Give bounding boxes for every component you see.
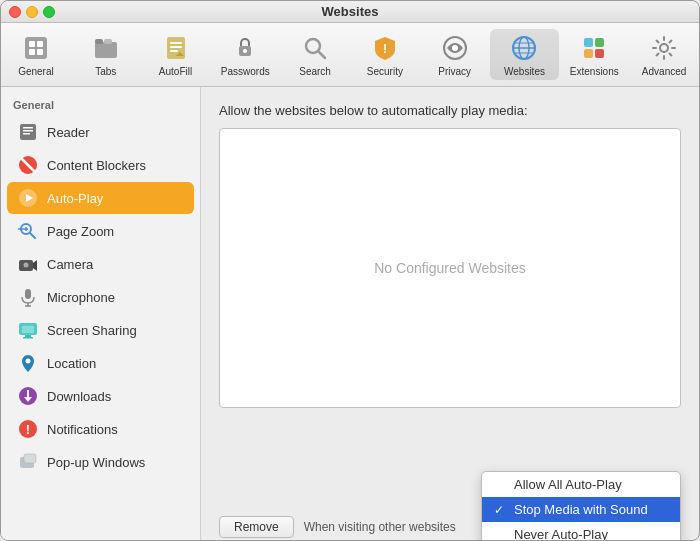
svg-rect-0 — [25, 37, 47, 59]
svg-rect-33 — [23, 133, 30, 135]
svg-rect-49 — [25, 335, 31, 337]
svg-rect-3 — [29, 49, 35, 55]
titlebar: Websites — [1, 1, 699, 23]
dropdown-item-allow-all[interactable]: Allow All Auto-Play — [482, 472, 680, 497]
sidebar-item-reader[interactable]: Reader — [7, 116, 194, 148]
toolbar-label-extensions: Extensions — [570, 66, 619, 77]
security-icon: ! — [369, 32, 401, 64]
toolbar-item-tabs[interactable]: Tabs — [71, 29, 141, 80]
svg-rect-28 — [595, 49, 604, 58]
auto-play-icon — [17, 187, 39, 209]
no-configured-text: No Configured Websites — [374, 260, 525, 276]
search-toolbar-icon — [299, 32, 331, 64]
notifications-icon: ! — [17, 418, 39, 440]
svg-rect-25 — [584, 38, 593, 47]
svg-rect-6 — [95, 39, 103, 44]
dropdown-label-stop-media: Stop Media with Sound — [514, 502, 648, 517]
main-area: General Reader Content Blockers Auto-Pla… — [1, 87, 699, 541]
general-icon — [20, 32, 52, 64]
website-list: No Configured Websites — [219, 128, 681, 408]
svg-marker-43 — [33, 260, 37, 271]
dropdown-menu: Allow All Auto-Play ✓ Stop Media with So… — [481, 471, 681, 541]
sidebar-item-label-page-zoom: Page Zoom — [47, 224, 114, 239]
svg-rect-4 — [37, 49, 43, 55]
screen-sharing-icon — [17, 319, 39, 341]
svg-point-14 — [243, 49, 247, 53]
toolbar-label-autofill: AutoFill — [159, 66, 192, 77]
camera-icon — [17, 253, 39, 275]
content-panel: Allow the websites below to automaticall… — [201, 87, 699, 541]
svg-rect-32 — [23, 130, 33, 132]
toolbar-item-passwords[interactable]: Passwords — [210, 29, 280, 80]
svg-point-29 — [660, 44, 668, 52]
page-zoom-icon — [17, 220, 39, 242]
svg-point-52 — [26, 359, 31, 364]
sidebar-item-label-microphone: Microphone — [47, 290, 115, 305]
maximize-button[interactable] — [43, 6, 55, 18]
sidebar-item-notifications[interactable]: ! Notifications — [7, 413, 194, 445]
tabs-icon — [90, 32, 122, 64]
sidebar: General Reader Content Blockers Auto-Pla… — [1, 87, 201, 541]
toolbar-label-tabs: Tabs — [95, 66, 116, 77]
sidebar-item-label-screen-sharing: Screen Sharing — [47, 323, 137, 338]
sidebar-item-label-downloads: Downloads — [47, 389, 111, 404]
svg-rect-30 — [20, 124, 36, 140]
svg-rect-5 — [95, 42, 117, 58]
toolbar-item-privacy[interactable]: Privacy — [420, 29, 490, 80]
autofill-icon — [160, 32, 192, 64]
sidebar-item-popup[interactable]: Pop-up Windows — [7, 446, 194, 478]
sidebar-item-page-zoom[interactable]: Page Zoom — [7, 215, 194, 247]
sidebar-item-auto-play[interactable]: Auto-Play — [7, 182, 194, 214]
svg-point-19 — [452, 45, 458, 51]
toolbar-item-extensions[interactable]: Extensions — [559, 29, 629, 80]
svg-point-44 — [24, 263, 29, 268]
svg-text:!: ! — [26, 422, 30, 437]
advanced-icon — [648, 32, 680, 64]
svg-line-16 — [318, 51, 325, 58]
remove-button[interactable]: Remove — [219, 516, 294, 538]
sidebar-item-downloads[interactable]: Downloads — [7, 380, 194, 412]
dropdown-item-never-auto[interactable]: Never Auto-Play — [482, 522, 680, 541]
toolbar-label-passwords: Passwords — [221, 66, 270, 77]
dropdown-item-stop-media[interactable]: ✓ Stop Media with Sound — [482, 497, 680, 522]
svg-rect-59 — [24, 454, 36, 463]
svg-text:!: ! — [383, 42, 387, 56]
toolbar-item-websites[interactable]: Websites — [490, 29, 560, 80]
downloads-icon — [17, 385, 39, 407]
minimize-button[interactable] — [26, 6, 38, 18]
sidebar-item-camera[interactable]: Camera — [7, 248, 194, 280]
toolbar-item-advanced[interactable]: Advanced — [629, 29, 699, 80]
sidebar-item-microphone[interactable]: Microphone — [7, 281, 194, 313]
extensions-icon — [578, 32, 610, 64]
websites-icon — [508, 32, 540, 64]
sidebar-item-label-notifications: Notifications — [47, 422, 118, 437]
toolbar-item-search[interactable]: Search — [280, 29, 350, 80]
sidebar-item-screen-sharing[interactable]: Screen Sharing — [7, 314, 194, 346]
svg-rect-50 — [23, 337, 33, 339]
sidebar-item-label-location: Location — [47, 356, 96, 371]
toolbar-item-autofill[interactable]: AutoFill — [141, 29, 211, 80]
toolbar-label-search: Search — [299, 66, 331, 77]
checkmark-never-auto — [494, 528, 508, 542]
toolbar-label-security: Security — [367, 66, 403, 77]
svg-rect-7 — [104, 39, 112, 44]
sidebar-item-label-camera: Camera — [47, 257, 93, 272]
close-button[interactable] — [9, 6, 21, 18]
passwords-icon — [229, 32, 261, 64]
sidebar-item-location[interactable]: Location — [7, 347, 194, 379]
window-title: Websites — [322, 4, 379, 19]
toolbar: General Tabs AutoFill Passwords Search !… — [1, 23, 699, 87]
reader-icon — [17, 121, 39, 143]
svg-rect-2 — [37, 41, 43, 47]
content-description: Allow the websites below to automaticall… — [219, 103, 681, 118]
svg-rect-1 — [29, 41, 35, 47]
footer-visiting-text: When visiting other websites — [304, 520, 456, 534]
sidebar-section-general: General — [1, 95, 200, 115]
toolbar-item-security[interactable]: ! Security — [350, 29, 420, 80]
sidebar-item-content-blockers[interactable]: Content Blockers — [7, 149, 194, 181]
toolbar-item-general[interactable]: General — [1, 29, 71, 80]
dropdown-label-never-auto: Never Auto-Play — [514, 527, 608, 541]
svg-rect-11 — [170, 50, 178, 52]
toolbar-label-advanced: Advanced — [642, 66, 686, 77]
toolbar-label-general: General — [18, 66, 54, 77]
